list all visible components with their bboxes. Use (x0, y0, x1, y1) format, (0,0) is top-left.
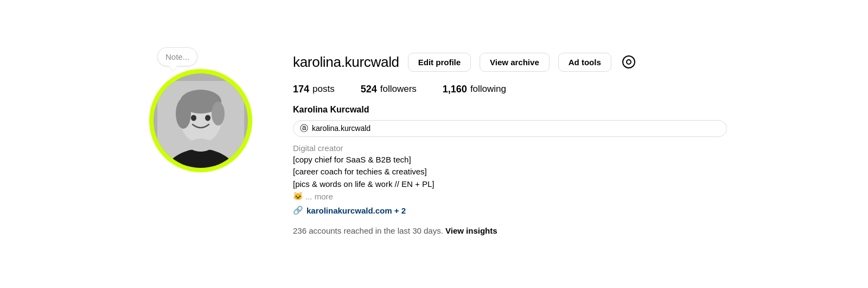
avatar-image (157, 81, 244, 168)
svg-point-9 (189, 139, 213, 152)
display-name: Karolina Kurcwald (293, 105, 727, 115)
svg-point-10 (623, 56, 635, 68)
posts-stat[interactable]: 174 posts (293, 84, 335, 95)
ad-tools-button[interactable]: Ad tools (558, 53, 611, 72)
svg-point-8 (205, 115, 210, 121)
svg-point-11 (627, 60, 631, 64)
note-text: Note... (165, 52, 189, 61)
svg-point-6 (212, 102, 225, 126)
bio-emoji: 🐱 (293, 191, 303, 201)
threads-badge[interactable]: ⓐ karolina.kurcwald (293, 120, 727, 137)
svg-point-5 (176, 98, 191, 129)
followers-label: followers (380, 84, 417, 95)
bio-category: Digital creator (293, 143, 727, 153)
posts-count: 174 (293, 84, 309, 95)
following-stat[interactable]: 1,160 following (443, 84, 506, 95)
avatar-inner (154, 73, 248, 168)
following-count: 1,160 (443, 84, 467, 95)
link-icon: 🔗 (293, 205, 303, 215)
threads-handle: karolina.kurcwald (312, 124, 371, 133)
profile-info: karolina.kurcwald Edit profile View arch… (293, 53, 727, 236)
stats-row: 174 posts 524 followers 1,160 following (293, 84, 727, 95)
profile-container: Note... (108, 36, 760, 252)
followers-stat[interactable]: 524 followers (361, 84, 417, 95)
insights-row: 236 accounts reached in the last 30 days… (293, 226, 727, 235)
bio-more-row: 🐱 ... more (293, 191, 727, 201)
note-bubble[interactable]: Note... (157, 47, 197, 66)
view-archive-button[interactable]: View archive (480, 53, 550, 72)
insights-text: 236 accounts reached in the last 30 days… (293, 226, 443, 235)
following-label: following (470, 84, 506, 95)
header-row: karolina.kurcwald Edit profile View arch… (293, 53, 727, 72)
more-link[interactable]: ... more (305, 192, 333, 201)
threads-icon: ⓐ (300, 123, 308, 134)
posts-label: posts (312, 84, 335, 95)
bio-line-2: [career coach for techies & creatives] (293, 166, 727, 178)
settings-icon[interactable] (620, 53, 637, 71)
avatar-ring (149, 69, 252, 172)
bio-line-3: [pics & words on life & work // EN + PL] (293, 178, 727, 191)
svg-point-7 (191, 115, 196, 121)
avatar-section: Note... (141, 53, 260, 172)
bio-line-1: [copy chief for SaaS & B2B tech] (293, 154, 727, 166)
edit-profile-button[interactable]: Edit profile (408, 53, 471, 72)
view-insights-link[interactable]: View insights (445, 226, 497, 235)
username: karolina.kurcwald (293, 54, 399, 71)
followers-count: 524 (361, 84, 377, 95)
website-row: 🔗 karolinakurcwald.com + 2 (293, 205, 727, 215)
website-link[interactable]: karolinakurcwald.com + 2 (307, 206, 406, 215)
